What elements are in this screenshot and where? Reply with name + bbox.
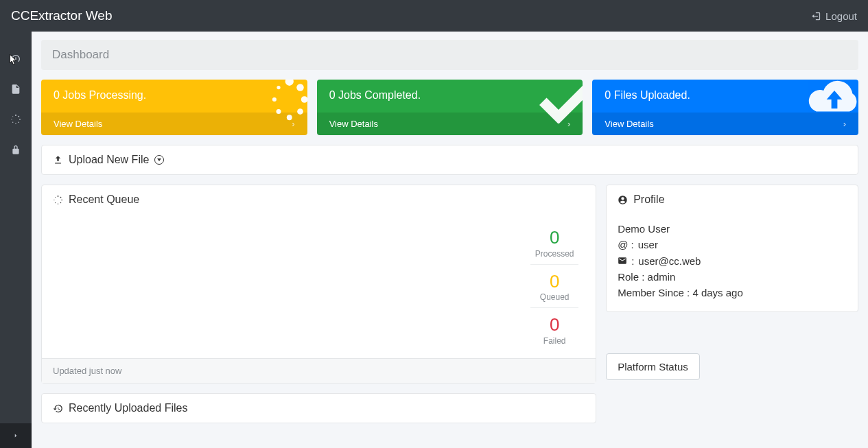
stat-failed: 0 Failed: [530, 307, 578, 351]
envelope-icon: [618, 256, 627, 266]
upload-panel: Upload New File: [41, 145, 858, 175]
check-deco-icon: [528, 80, 583, 123]
svg-point-11: [297, 108, 303, 115]
chevron-right-icon: ›: [843, 119, 846, 129]
svg-point-23: [55, 197, 56, 198]
logout-icon: [811, 11, 821, 21]
svg-point-9: [296, 84, 304, 91]
svg-point-21: [55, 202, 56, 202]
logout-button[interactable]: Logout: [811, 10, 857, 22]
svg-point-17: [60, 196, 62, 198]
sidebar-item-admin[interactable]: [0, 134, 32, 165]
svg-point-5: [12, 122, 13, 123]
profile-header: Profile: [607, 185, 858, 214]
recent-queue-panel: Recent Queue 0 Processed 0 Queued: [41, 185, 596, 384]
user-circle-icon: [618, 195, 628, 205]
svg-point-18: [61, 199, 62, 200]
chevron-down-icon: [154, 155, 164, 165]
sidebar-item-files[interactable]: [0, 74, 32, 104]
chevron-right-icon: [12, 432, 19, 439]
card-jobs-processing: 0 Jobs Processing. View Details ›: [41, 80, 307, 135]
upload-new-file-toggle[interactable]: Upload New File: [42, 145, 858, 174]
svg-point-14: [272, 97, 276, 102]
processing-deco-icon: [253, 80, 307, 123]
svg-point-8: [285, 80, 293, 86]
recent-files-header: Recently Uploaded Files: [42, 394, 596, 423]
profile-title: Profile: [633, 193, 664, 206]
svg-point-15: [277, 86, 280, 89]
history-icon: [53, 403, 63, 414]
svg-point-16: [58, 195, 59, 196]
sidebar-expand-button[interactable]: [0, 423, 32, 448]
svg-point-20: [58, 203, 58, 204]
platform-status-button[interactable]: Platform Status: [606, 353, 700, 380]
chevron-right-icon: ›: [567, 119, 570, 129]
card-jobs-completed: 0 Jobs Completed. View Details ›: [317, 80, 583, 135]
sidebar-item-dashboard[interactable]: [0, 44, 32, 74]
stat-processed: 0 Processed: [530, 221, 578, 264]
svg-point-4: [15, 123, 16, 123]
sidebar-item-queue[interactable]: [0, 104, 32, 134]
recent-files-title: Recently Uploaded Files: [69, 402, 187, 414]
logout-label: Logout: [825, 10, 857, 22]
card-files-uploaded: 0 Files Uploaded. View Details ›: [592, 80, 858, 135]
recent-queue-header: Recent Queue: [42, 185, 596, 214]
topbar: CCExtractor Web Logout: [0, 0, 868, 32]
file-icon: [10, 84, 21, 95]
profile-username-line: @ : user: [618, 237, 847, 252]
profile-email-line: : user@cc.web: [618, 253, 847, 269]
svg-point-0: [15, 115, 16, 116]
upload-icon: [53, 155, 63, 165]
profile-body: Demo User @ : user : user@cc.web Role : …: [607, 214, 858, 311]
upload-label: Upload New File: [69, 154, 149, 166]
queue-footer: Updated just now: [42, 358, 596, 383]
svg-point-12: [286, 115, 292, 120]
brand: CCExtractor Web: [11, 8, 112, 23]
svg-point-10: [301, 96, 307, 103]
spinner-icon: [53, 195, 63, 205]
lock-icon: [10, 144, 21, 155]
svg-point-3: [18, 121, 19, 123]
sidebar: [0, 32, 32, 448]
svg-point-6: [11, 119, 12, 119]
svg-point-19: [60, 202, 62, 203]
queue-stats: 0 Processed 0 Queued 0 Failed: [513, 214, 596, 358]
page-title: Dashboard: [52, 48, 847, 62]
page-title-bar: Dashboard: [41, 40, 858, 70]
cloud-upload-deco-icon: [804, 80, 858, 123]
profile-role: Role : admin: [618, 269, 847, 285]
svg-point-13: [276, 109, 281, 114]
profile-panel: Profile Demo User @ : user : user@cc.web: [606, 185, 858, 312]
svg-point-7: [12, 116, 13, 117]
dashboard-icon: [10, 54, 21, 64]
svg-point-2: [19, 119, 21, 120]
recent-queue-title: Recent Queue: [69, 193, 139, 206]
spinner-icon: [10, 114, 21, 125]
profile-member-since: Member Since : 4 days ago: [618, 285, 847, 300]
recent-files-panel: Recently Uploaded Files: [41, 393, 596, 423]
svg-point-22: [54, 199, 54, 200]
queue-body: 0 Processed 0 Queued 0 Failed: [42, 214, 596, 358]
chevron-right-icon: ›: [292, 119, 294, 129]
platform-status-wrap: Platform Status: [606, 353, 858, 380]
profile-name: Demo User: [618, 221, 847, 237]
content: Dashboard 0 Jobs Processing. View Detail…: [32, 32, 868, 448]
stat-cards-row: 0 Jobs Processing. View Details › 0 Jobs…: [41, 80, 858, 135]
stat-queued: 0 Queued: [530, 264, 578, 308]
svg-point-1: [18, 116, 19, 117]
